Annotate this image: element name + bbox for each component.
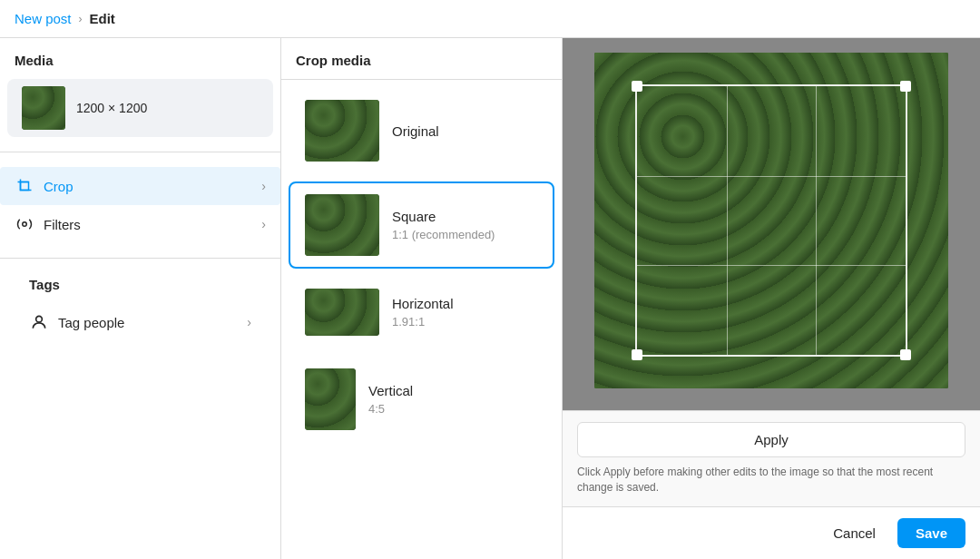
breadcrumb-chevron: › [79, 13, 83, 25]
cancel-button[interactable]: Cancel [822, 518, 887, 548]
tag-people-label: Tag people [58, 315, 238, 330]
crop-menu-item[interactable]: Crop › [0, 167, 280, 205]
page-title: Edit [90, 11, 115, 26]
tags-section: Tags Tag people › [0, 277, 280, 341]
square-ratio: 1:1 (recommended) [392, 228, 495, 241]
grid-line-h1 [637, 176, 906, 177]
crop-option-square[interactable]: Square 1:1 (recommended) [289, 181, 554, 269]
crop-chevron-icon: › [261, 179, 266, 193]
apply-button[interactable]: Apply [577, 422, 965, 457]
grid-line-v1 [727, 86, 728, 355]
crop-media-title: Crop media [281, 38, 562, 80]
grid-line-v2 [816, 86, 817, 355]
tag-people-icon [29, 312, 49, 332]
horizontal-info: Horizontal 1.91:1 [392, 296, 454, 329]
media-section-title: Media [0, 53, 280, 79]
media-item: 1200 × 1200 [7, 79, 273, 137]
vertical-thumb [305, 368, 356, 430]
square-name: Square [392, 209, 495, 224]
vertical-ratio: 4:5 [368, 402, 413, 416]
footer: Cancel Save [563, 506, 980, 559]
crop-label: Crop [44, 179, 252, 194]
left-panel: Media 1200 × 1200 Crop › [0, 38, 281, 559]
handle-bottom-left[interactable] [632, 349, 642, 360]
right-area: Apply Click Apply before making other ed… [563, 38, 980, 559]
filters-chevron-icon: › [261, 217, 266, 231]
new-post-link[interactable]: New post [15, 11, 72, 26]
divider-2 [0, 258, 280, 259]
vertical-info: Vertical 4:5 [368, 383, 413, 416]
original-thumb [305, 100, 379, 162]
crop-option-original[interactable]: Original [289, 87, 554, 174]
apply-hint-text: Click Apply before making other edits to… [577, 465, 965, 495]
square-info: Square 1:1 (recommended) [392, 209, 495, 241]
handle-top-left[interactable] [632, 81, 642, 92]
svg-point-1 [23, 222, 27, 227]
original-info: Original [392, 123, 439, 139]
main-layout: Media 1200 × 1200 Crop › [0, 38, 980, 559]
svg-point-2 [36, 316, 43, 322]
apply-section: Apply Click Apply before making other ed… [563, 410, 980, 506]
crop-icon [15, 176, 34, 196]
handle-top-right[interactable] [900, 81, 911, 92]
horizontal-thumb [305, 289, 379, 336]
tag-people-item[interactable]: Tag people › [15, 303, 266, 341]
media-thumbnail [22, 86, 65, 130]
tag-people-chevron-icon: › [247, 315, 251, 329]
vertical-name: Vertical [368, 383, 413, 398]
crop-overlay [635, 84, 907, 357]
horizontal-name: Horizontal [392, 296, 454, 311]
crop-option-vertical[interactable]: Vertical 4:5 [289, 356, 554, 443]
divider-1 [0, 152, 280, 152]
image-canvas [594, 53, 948, 388]
grid-line-h2 [637, 265, 906, 266]
filters-label: Filters [44, 217, 252, 232]
filters-menu-item[interactable]: Filters › [0, 205, 280, 243]
header: New post › Edit [0, 0, 980, 38]
center-panel: Crop media Original Square 1:1 (recommen… [281, 38, 563, 559]
original-name: Original [392, 123, 439, 139]
tags-title: Tags [15, 277, 266, 303]
filters-icon [15, 214, 34, 234]
horizontal-ratio: 1.91:1 [392, 315, 454, 329]
media-size-label: 1200 × 1200 [76, 101, 147, 115]
svg-rect-0 [21, 182, 29, 191]
image-preview-area [563, 38, 980, 410]
crop-option-horizontal[interactable]: Horizontal 1.91:1 [289, 276, 554, 348]
square-thumb [305, 194, 379, 256]
handle-bottom-right[interactable] [900, 349, 911, 360]
save-button[interactable]: Save [897, 518, 965, 548]
